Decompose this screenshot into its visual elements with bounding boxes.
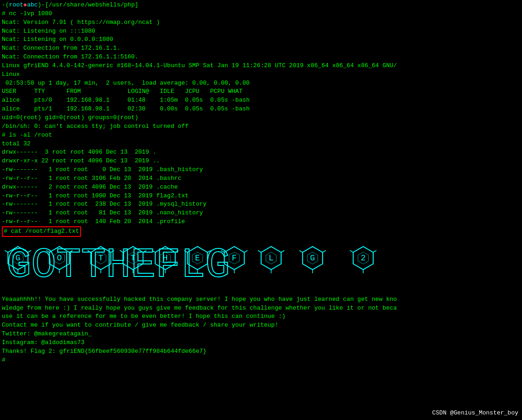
svg-text:O: O — [57, 253, 62, 263]
output-line: Ncat: Connection from 172.16.1.1:5160. — [2, 53, 520, 62]
svg-text:2: 2 — [361, 253, 366, 263]
output-line: Linux — [2, 70, 520, 79]
output-line: drwx------ 2 root root 4096 Dec 13 2019 … — [2, 183, 520, 192]
terminal: -(root◆abc)-[/usr/share/webshells/php]# … — [0, 0, 522, 420]
output-line: Ncat: Connection from 172.16.1.1. — [2, 44, 520, 53]
output-line: Linux gfriEND 4.4.0-142-generic #168~14.… — [2, 62, 520, 70]
output-line: Ncat: Listening on :::1080 — [2, 27, 520, 36]
output-line: -rw------- 1 root root 238 Dec 13 2019 .… — [2, 200, 520, 209]
output-line: -rw------- 1 root root 81 Dec 13 2019 .n… — [2, 209, 520, 218]
output-line: drwx------ 3 root root 4096 Dec 13 2019 … — [2, 148, 520, 157]
output-line: Ncat: Listening on 0.0.0.0:1080 — [2, 35, 520, 44]
output-line: -rw-r--r-- 1 root root 140 Feb 20 2014 .… — [2, 218, 520, 226]
output-line: wledge from here :) I really hope you gu… — [2, 304, 520, 313]
output-line: Contact me if you want to contribute / g… — [2, 321, 520, 330]
command-line: # ls -al /root — [2, 131, 520, 140]
output-line: uid=0(root) gid=0(root) groups=0(root) — [2, 114, 520, 122]
command-line: # nc -lvp 1080 — [2, 10, 520, 18]
output-line: -rw------- 1 root root 0 Dec 13 2019 .ba… — [2, 166, 520, 174]
command-highlight-line: # cat /root/flag2.txt — [2, 226, 520, 237]
output-line: /bin/sh: 0: can't access tty; job contro… — [2, 122, 520, 131]
output-line: alice pts/0 192.168.98.1 01:48 1:05m 0.0… — [2, 96, 520, 105]
svg-text:G: G — [310, 253, 315, 263]
svg-text:F: F — [232, 253, 237, 263]
svg-text:T: T — [131, 253, 136, 263]
output-line: USER TTY FROM LOGIN@ IDLE JCPU PCPU WHAT — [2, 87, 520, 96]
flag-art-area: GOTTHEFLGGOTTHEFLG2 — [2, 240, 520, 293]
output-line: Ncat: Version 7.91 ( https://nmap.org/nc… — [2, 18, 520, 27]
output-line: 02:53:58 up 1 day, 17 min, 2 users, load… — [2, 79, 520, 88]
output-line: -rw-r--r-- 1 root root 1000 Dec 13 2019 … — [2, 192, 520, 201]
prompt-header-line: -(root◆abc)-[/usr/share/webshells/php] — [2, 1, 520, 10]
output-line: use it can be a reference for me to be e… — [2, 312, 520, 321]
svg-text:E: E — [195, 253, 200, 263]
output-line: drwxr-xr-x 22 root root 4096 Dec 13 2019… — [2, 157, 520, 166]
svg-text:H: H — [163, 253, 168, 263]
output-line: Thanks! Flag 2: gfriEND{56fbeef560930e77… — [2, 347, 520, 356]
watermark: CSDN @Genius_Monster_boy — [432, 409, 518, 416]
svg-text:G: G — [16, 253, 21, 263]
output-line: -rw-r--r-- 1 root root 3106 Feb 20 2014 … — [2, 174, 520, 183]
svg-text:L: L — [269, 253, 274, 263]
output-line: Yeaaahhhh!! You have successfully hacked… — [2, 295, 520, 304]
output-line: Instagram: @aldodimas73 — [2, 339, 520, 347]
svg-text:T: T — [99, 253, 104, 263]
output-line: total 32 — [2, 140, 520, 149]
output-line: Twitter: @makegreatagain_ — [2, 330, 520, 339]
command-line: # — [2, 356, 520, 365]
svg-text:GOTTHEFLG: GOTTHEFLG — [6, 242, 230, 289]
output-line: alice pts/1 192.168.98.1 02:30 0.00s 0.0… — [2, 105, 520, 114]
